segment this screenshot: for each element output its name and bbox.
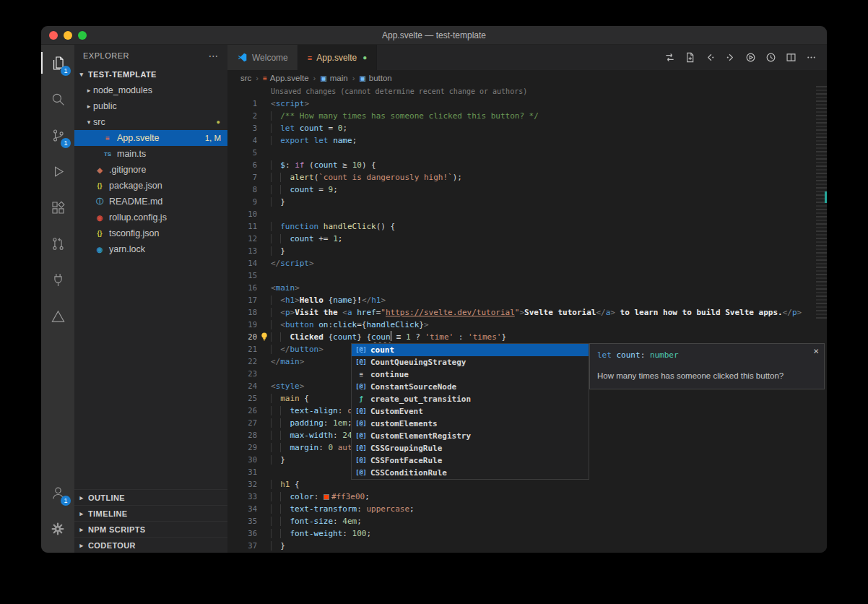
- run-debug-activity-button[interactable]: [41, 153, 74, 189]
- code-line[interactable]: 19 <button on:click={handleClick}>: [227, 319, 827, 331]
- suggest-item[interactable]: [@]ConstantSourceNode: [352, 381, 589, 393]
- code-line[interactable]: 2 /** How many times has someone clicked…: [227, 110, 827, 122]
- suggest-item[interactable]: [@]count: [352, 344, 589, 356]
- code-line[interactable]: 16<main>: [227, 282, 827, 294]
- run-preview-icon[interactable]: [745, 52, 756, 63]
- breadcrumb-item[interactable]: src: [240, 74, 251, 82]
- line-number[interactable]: 23: [227, 368, 257, 380]
- line-number[interactable]: 11: [227, 220, 257, 233]
- line-number[interactable]: 29: [227, 441, 257, 454]
- line-number[interactable]: 6: [227, 159, 257, 171]
- line-number[interactable]: 7: [227, 171, 257, 184]
- suggest-item[interactable]: [@]customElements: [352, 418, 589, 430]
- code-line[interactable]: 12 count += 1;: [227, 233, 827, 245]
- tab-app-svelte[interactable]: ≡ App.svelte ●: [298, 45, 378, 70]
- line-number[interactable]: 35: [227, 515, 257, 527]
- line-number[interactable]: 20: [227, 331, 257, 343]
- line-number[interactable]: 13: [227, 245, 257, 257]
- code-line[interactable]: 32 h1 {: [227, 478, 827, 491]
- code-line[interactable]: 35 font-size: 4em;: [227, 515, 827, 527]
- code-line[interactable]: 7 alert(`count is dangerously high!`);: [227, 171, 827, 184]
- lightbulb-icon[interactable]: [259, 332, 269, 342]
- line-number[interactable]: 36: [227, 527, 257, 540]
- line-number[interactable]: 18: [227, 306, 257, 319]
- code-line[interactable]: 8 count = 9;: [227, 184, 827, 196]
- split-editor-icon[interactable]: [786, 52, 797, 63]
- line-number[interactable]: 19: [227, 319, 257, 331]
- code-line[interactable]: 6 $: if (count ≥ 10) {: [227, 159, 827, 171]
- maximize-window-button[interactable]: [78, 31, 87, 40]
- tab-welcome[interactable]: Welcome: [227, 45, 298, 70]
- file-tree-item[interactable]: ◉rollup.config.js: [74, 210, 227, 225]
- code-line[interactable]: 5: [227, 147, 827, 159]
- code-line[interactable]: 1<script>: [227, 98, 827, 110]
- suggest-item[interactable]: [@]CustomElementRegistry: [352, 430, 589, 442]
- close-window-button[interactable]: [49, 31, 58, 40]
- line-number[interactable]: 8: [227, 184, 257, 196]
- suggest-item[interactable]: [@]CountQueuingStrategy: [352, 356, 589, 368]
- line-number[interactable]: 10: [227, 208, 257, 220]
- settings-button[interactable]: [41, 511, 74, 547]
- search-activity-button[interactable]: [41, 81, 74, 117]
- code-line[interactable]: 3 let count = 0;: [227, 122, 827, 134]
- suggest-item[interactable]: [@]CustomEvent: [352, 405, 589, 418]
- explorer-activity-button[interactable]: 1: [41, 45, 74, 81]
- code-line[interactable]: 20 Clicked {count} {coun ≡ 1 ? 'time' : …: [227, 331, 827, 343]
- code-line[interactable]: 18 <p>Visit the <a href="https://svelte.…: [227, 306, 827, 319]
- file-tree-item[interactable]: {}package.json: [74, 178, 227, 194]
- more-actions-icon[interactable]: [806, 52, 817, 63]
- line-number[interactable]: 4: [227, 134, 257, 147]
- code-line[interactable]: 14</script>: [227, 257, 827, 269]
- code-line[interactable]: 33 color: #ff3e00;: [227, 491, 827, 503]
- file-tree-item[interactable]: ◉yarn.lock: [74, 241, 227, 257]
- open-changes-icon[interactable]: [685, 52, 695, 63]
- sidebar-section-timeline[interactable]: ▸TIMELINE: [74, 505, 227, 521]
- line-number[interactable]: 22: [227, 355, 257, 368]
- next-change-icon[interactable]: [725, 52, 736, 63]
- breadcrumb-item[interactable]: ▣button: [359, 74, 391, 82]
- code-line[interactable]: 36 font-weight: 100;: [227, 527, 827, 540]
- sidebar-section-codetour[interactable]: ▸CODETOUR: [74, 537, 227, 553]
- line-number[interactable]: 12: [227, 233, 257, 245]
- line-number[interactable]: 27: [227, 417, 257, 429]
- code-editor[interactable]: Unsaved changes (cannot determine recent…: [227, 86, 827, 553]
- timeline-clock-icon[interactable]: [765, 52, 776, 63]
- line-number[interactable]: 16: [227, 282, 257, 294]
- extensions-activity-button[interactable]: [41, 189, 74, 225]
- line-number[interactable]: 33: [227, 491, 257, 503]
- line-number[interactable]: 26: [227, 405, 257, 417]
- file-tree-item[interactable]: TSmain.ts: [74, 146, 227, 162]
- line-number[interactable]: 37: [227, 540, 257, 552]
- file-tree-item[interactable]: ≡App.svelte1, M: [74, 130, 227, 146]
- close-icon[interactable]: ×: [813, 346, 819, 355]
- line-number[interactable]: 2: [227, 110, 257, 122]
- line-number[interactable]: 5: [227, 147, 257, 159]
- pull-requests-activity-button[interactable]: [41, 225, 74, 262]
- line-number[interactable]: 21: [227, 343, 257, 355]
- breadcrumb-item[interactable]: ≡App.svelte: [263, 74, 309, 82]
- line-number[interactable]: 28: [227, 429, 257, 441]
- source-control-activity-button[interactable]: 1: [41, 117, 74, 153]
- codetour-activity-button[interactable]: [41, 298, 74, 334]
- line-number[interactable]: 3: [227, 122, 257, 134]
- file-tree-item[interactable]: ▸public: [74, 98, 227, 114]
- code-line[interactable]: 34 text-transform: uppercase;: [227, 503, 827, 515]
- file-tree-item[interactable]: ▾src●: [74, 114, 227, 130]
- workspace-root-row[interactable]: ▾ TEST-TEMPLATE: [74, 66, 227, 82]
- line-number[interactable]: 15: [227, 269, 257, 282]
- line-number[interactable]: 32: [227, 478, 257, 491]
- file-tree-item[interactable]: ⓘREADME.md: [74, 194, 227, 210]
- suggest-item[interactable]: [@]CSSFontFaceRule: [352, 454, 589, 467]
- line-number[interactable]: 30: [227, 454, 257, 466]
- more-actions-icon[interactable]: ⋯: [209, 50, 220, 61]
- line-number[interactable]: 34: [227, 503, 257, 515]
- suggest-item[interactable]: [@]CSSConditionRule: [352, 467, 589, 479]
- code-line[interactable]: 11 function handleClick() {: [227, 220, 827, 233]
- file-tree-item[interactable]: ▸node_modules: [74, 82, 227, 98]
- breadcrumb-item[interactable]: ▣main: [320, 74, 347, 82]
- suggest-item[interactable]: ≡continue: [352, 368, 589, 381]
- dirty-indicator-dot[interactable]: ●: [363, 53, 367, 61]
- code-line[interactable]: 9 }: [227, 196, 827, 208]
- code-line[interactable]: 37 }: [227, 540, 827, 552]
- title-bar[interactable]: App.svelte — test-template: [41, 26, 827, 45]
